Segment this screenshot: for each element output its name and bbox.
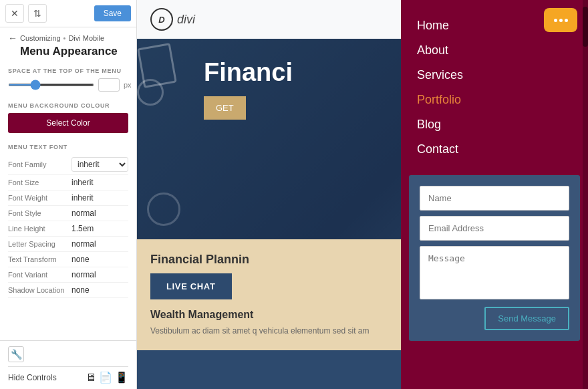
font-variant-row: Font Variant normal (8, 267, 128, 283)
chat-dot-3 (565, 19, 568, 22)
font-weight-row: Font Weight inherit (8, 190, 128, 206)
breadcrumb-root: Customizing (20, 34, 61, 42)
divi-logo: D divi (150, 8, 195, 31)
breadcrumb-area: ← Customizing • Divi Mobile Menu Appeara… (0, 27, 136, 61)
letter-spacing-label: Letter Spacing (8, 240, 71, 248)
page-title: Menu Appearance (8, 45, 128, 58)
space-range-row: 29 px (8, 78, 128, 92)
shadow-location-row: Shadow Location none (8, 283, 128, 298)
divi-circle-icon: D (150, 8, 173, 31)
tablet-view-icon[interactable]: 📄 (99, 371, 112, 384)
menu-item-blog[interactable]: Blog (417, 112, 572, 137)
save-button[interactable]: Save (94, 5, 131, 21)
close-icon[interactable]: ✕ (5, 4, 24, 23)
hero-shape-2 (137, 79, 164, 106)
hero-shape-3 (147, 192, 180, 226)
space-section-label: SPACE AT THE TOP OF THE MENU (8, 68, 128, 74)
space-value-input[interactable]: 29 (98, 78, 120, 92)
font-family-label: Font Family (8, 160, 71, 168)
letter-spacing-value: normal (71, 239, 128, 249)
font-size-row: Font Size inherit (8, 175, 128, 190)
hero-title: Financi (204, 59, 293, 87)
scrollbar-thumb (583, 7, 588, 47)
font-section: MENU TEXT FONT Font Family inherit Font … (0, 137, 136, 302)
menu-item-portfolio[interactable]: Portfolio (417, 88, 572, 112)
font-size-label: Font Size (8, 178, 71, 186)
line-height-label: Line Height (8, 225, 71, 233)
font-family-select[interactable]: inherit (71, 157, 128, 172)
get-started-button[interactable]: GET (204, 96, 246, 120)
name-input[interactable] (420, 186, 569, 211)
divi-logo-text: divi (177, 13, 195, 27)
website-preview: D divi Financi GET Financial Plannin LIV… (137, 0, 588, 389)
line-height-row: Line Height 1.5em (8, 221, 128, 237)
panel-topbar: ✕ ⇅ Save (0, 0, 136, 27)
panel-bottom: 🔧 Hide Controls 🖥 📄 📱 (0, 340, 136, 389)
hide-controls-label: Hide Controls (8, 373, 80, 382)
shadow-location-value: none (71, 285, 128, 295)
font-weight-value: inherit (71, 193, 128, 203)
email-input[interactable] (420, 216, 569, 241)
font-variant-label: Font Variant (8, 271, 71, 279)
space-range-input[interactable] (8, 84, 94, 86)
mobile-view-icon[interactable]: 📱 (115, 371, 128, 384)
view-icons: 🖥 📄 📱 (86, 371, 128, 384)
bg-color-section: MENU BACKGROUND COLOUR Select Color (0, 96, 136, 137)
dropdown-scrollbar[interactable] (583, 0, 588, 389)
chat-dot-1 (554, 19, 557, 22)
sort-icon[interactable]: ⇅ (28, 4, 47, 23)
wrench-icon[interactable]: 🔧 (8, 346, 24, 362)
chat-dots (554, 19, 568, 22)
desktop-view-icon[interactable]: 🖥 (86, 372, 96, 384)
menu-item-contact[interactable]: Contact (417, 137, 572, 162)
left-panel: ✕ ⇅ Save ← Customizing • Divi Mobile Men… (0, 0, 137, 389)
menu-item-about[interactable]: About (417, 38, 572, 63)
font-style-value: normal (71, 209, 128, 218)
shadow-location-label: Shadow Location (8, 286, 71, 294)
bg-color-label: MENU BACKGROUND COLOUR (8, 102, 128, 109)
letter-spacing-row: Letter Spacing normal (8, 237, 128, 252)
send-message-button[interactable]: Send Message (484, 307, 569, 330)
preview-area: D divi Financi GET Financial Plannin LIV… (137, 0, 588, 389)
space-section: SPACE AT THE TOP OF THE MENU 29 px (0, 61, 136, 96)
font-variant-value: normal (71, 270, 128, 279)
hero-text-area: Financi GET (190, 39, 306, 140)
text-transform-row: Text Transform none (8, 252, 128, 267)
text-transform-label: Text Transform (8, 255, 71, 263)
dropdown-menu: Home About Services Portfolio Blog Conta… (401, 0, 588, 389)
back-arrow-icon[interactable]: ← (8, 33, 17, 43)
text-transform-value: none (71, 255, 128, 264)
font-style-row: Font Style normal (8, 206, 128, 221)
font-section-label: MENU TEXT FONT (8, 144, 128, 150)
chat-widget-button[interactable] (544, 8, 577, 32)
font-size-value: inherit (71, 178, 128, 187)
message-input[interactable] (420, 246, 569, 299)
chat-dot-2 (559, 19, 563, 22)
menu-item-services[interactable]: Services (417, 63, 572, 88)
breadcrumb: ← Customizing • Divi Mobile (8, 33, 128, 43)
space-unit: px (124, 81, 132, 89)
font-weight-label: Font Weight (8, 194, 71, 202)
font-family-row: Font Family inherit (8, 154, 128, 175)
font-style-label: Font Style (8, 209, 71, 217)
breadcrumb-section: Divi Mobile (68, 34, 104, 42)
live-chat-button[interactable]: LIVE CHAT (150, 273, 232, 299)
contact-form: Send Message (409, 175, 580, 341)
line-height-value: 1.5em (71, 224, 128, 233)
select-color-button[interactable]: Select Color (8, 113, 128, 133)
breadcrumb-separator: • (63, 34, 66, 42)
font-rows: Font Family inherit Font Size inherit Fo… (8, 154, 128, 298)
hide-controls-row: Hide Controls 🖥 📄 📱 (8, 366, 128, 384)
